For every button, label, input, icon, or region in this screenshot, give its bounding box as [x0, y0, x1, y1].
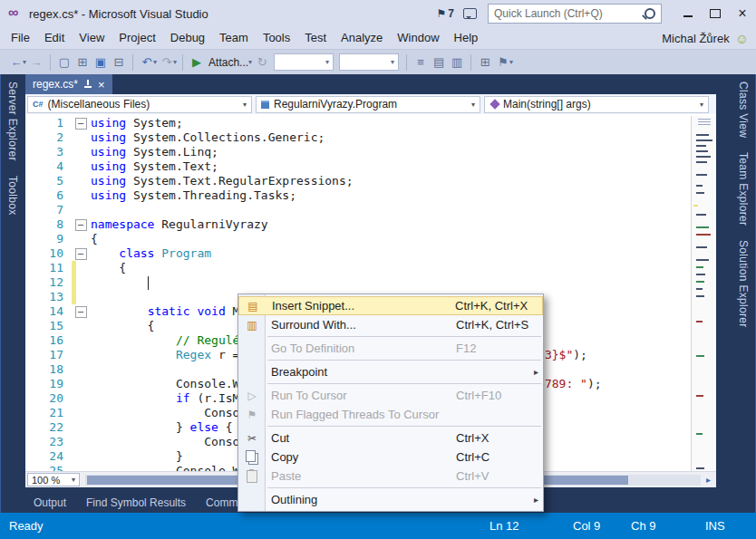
line-number: 2 [25, 130, 71, 145]
document-tab-regex[interactable]: regex.cs* × [25, 74, 112, 94]
outline-margin [71, 348, 91, 362]
vertical-scrollbar-map[interactable] [691, 116, 716, 471]
find-in-files-icon[interactable]: ≡ [412, 53, 430, 72]
solution-configurations-combo[interactable]: ▾ [274, 53, 334, 71]
left-tool-strip: Server ExplorerToolbox [0, 74, 25, 513]
chevron-down-icon: ▾ [72, 476, 75, 484]
menu-file[interactable]: File [4, 27, 37, 49]
toolbar-separator [132, 54, 133, 71]
submenu-arrow-icon: ▸ [534, 495, 538, 505]
menu-edit[interactable]: Edit [37, 27, 72, 49]
status-insert-mode: INS [705, 519, 725, 533]
attach-dropdown-icon[interactable]: ▾ [248, 58, 252, 66]
quick-launch-input[interactable]: Quick Launch (Ctrl+Q) [488, 4, 662, 24]
notifications-button[interactable]: ⚑ 7 [437, 7, 454, 20]
text-cursor [148, 276, 150, 290]
menu-analyze[interactable]: Analyze [334, 27, 390, 49]
menu-item-label: Run Flagged Threads To Cursor [266, 408, 439, 421]
side-tab-class-view[interactable]: Class View [737, 82, 750, 138]
menu-debug[interactable]: Debug [163, 27, 212, 49]
properties-window-icon[interactable]: ▥ [448, 53, 466, 72]
context-item-outlining[interactable]: Outlining▸ [238, 490, 543, 509]
menu-window[interactable]: Window [390, 27, 446, 49]
map-mark [696, 234, 711, 236]
menu-item-shortcut: Ctrl+K, Ctrl+S [456, 318, 543, 332]
bottom-tab-output[interactable]: Output [25, 494, 74, 512]
side-tab-team-explorer[interactable]: Team Explorer [737, 152, 750, 226]
scroll-right-icon[interactable]: ▸ [706, 475, 711, 485]
undo-dropdown-icon[interactable]: ▾ [153, 58, 157, 66]
menu-help[interactable]: Help [447, 27, 486, 49]
close-icon: × [738, 6, 746, 21]
menubar-items: FileEditViewProjectDebugTeamToolsTestAna… [0, 27, 485, 49]
context-item-breakpoint[interactable]: Breakpoint▸ [238, 362, 543, 381]
context-item-run-flagged-threads-to-cursor[interactable]: ⚑Run Flagged Threads To Cursor [238, 405, 543, 424]
member-dropdown[interactable]: Main(string[] args) ▾ [484, 96, 709, 113]
type-dropdown[interactable]: RegularniVyrazy.Program ▾ [256, 96, 480, 113]
menu-view[interactable]: View [72, 27, 111, 49]
search-icon [645, 8, 655, 19]
bookmark-dropdown-icon[interactable]: ▾ [509, 58, 513, 66]
navigate-forward-icon[interactable]: → [27, 53, 45, 72]
refresh-icon[interactable]: ↻ [253, 53, 271, 72]
collapse-icon[interactable]: – [75, 306, 87, 318]
line-number: 11 [25, 261, 71, 275]
user-account[interactable]: Michal Žůrek ☺ [662, 27, 749, 49]
context-item-insert-snippet[interactable]: ▤Insert Snippet...Ctrl+K, Ctrl+X [238, 296, 543, 315]
save-all-icon[interactable]: ⊟ [110, 53, 128, 72]
minimize-icon [683, 15, 693, 17]
side-tab-server-explorer[interactable]: Server Explorer [6, 82, 19, 161]
redo-dropdown-icon[interactable]: ▾ [173, 58, 177, 66]
zoom-dropdown[interactable]: 100 % ▾ [27, 473, 80, 486]
add-item-icon[interactable]: ⊞ [73, 53, 92, 72]
collapse-icon[interactable]: – [75, 118, 87, 130]
menu-item-shortcut: Ctrl+X [456, 431, 543, 445]
menu-item-label: Cut [266, 431, 289, 445]
attach-button[interactable]: Attach... [208, 56, 248, 69]
menu-project[interactable]: Project [111, 27, 162, 49]
context-item-surround-with[interactable]: ▥Surround With...Ctrl+K, Ctrl+S [238, 315, 543, 334]
context-item-copy[interactable]: CopyCtrl+C [238, 448, 543, 467]
menu-tools[interactable]: Tools [256, 27, 297, 49]
method-icon [489, 99, 499, 109]
close-button[interactable]: × [729, 3, 756, 24]
menu-test[interactable]: Test [297, 27, 334, 49]
bottom-tab-find-symbol-results[interactable]: Find Symbol Results [78, 494, 194, 512]
feedback-icon[interactable] [463, 8, 477, 19]
save-icon[interactable]: ▣ [92, 53, 110, 72]
minimize-button[interactable] [674, 3, 702, 24]
solution-platforms-combo[interactable]: ▾ [339, 53, 399, 71]
toolbar-separator [50, 54, 51, 71]
comment-icon[interactable]: ⊞ [476, 53, 494, 72]
menu-item-label: Outlining [266, 493, 317, 506]
pin-icon[interactable] [84, 80, 92, 89]
collapse-icon[interactable]: – [75, 248, 87, 260]
map-mark [696, 140, 712, 141]
map-mark [696, 150, 708, 152]
maximize-button[interactable] [702, 3, 729, 24]
map-mark [696, 156, 711, 158]
attach-play-icon[interactable]: ▶ [188, 53, 206, 72]
context-item-paste[interactable]: PasteCtrl+V [238, 467, 543, 486]
project-dropdown[interactable]: C# (Miscellaneous Files) ▾ [27, 96, 252, 113]
side-tab-toolbox[interactable]: Toolbox [6, 176, 19, 215]
run_flagged-icon: ⚑ [238, 409, 266, 421]
menu-team[interactable]: Team [212, 27, 256, 49]
context-item-run-to-cursor[interactable]: ▷Run To CursorCtrl+F10 [238, 386, 543, 405]
side-tab-solution-explorer[interactable]: Solution Explorer [737, 240, 750, 327]
code-line: 3using System.Linq; [25, 145, 691, 159]
line-number: 23 [25, 435, 71, 449]
collapse-icon[interactable]: – [75, 219, 87, 231]
code-text: using System; [91, 116, 183, 130]
outline-margin [71, 319, 91, 333]
map-mark [696, 295, 704, 297]
context-item-cut[interactable]: ✂CutCtrl+X [238, 428, 543, 448]
navigate-back-dropdown-icon[interactable]: ▾ [23, 58, 26, 66]
line-number: 12 [25, 275, 71, 290]
solution-explorer-icon[interactable]: ▤ [430, 53, 448, 72]
context-item-go-to-definition[interactable]: Go To DefinitionF12 [238, 339, 543, 358]
splitter-handle-icon[interactable] [698, 119, 711, 125]
new-file-icon[interactable]: ▢ [55, 53, 73, 72]
code-text: using System.Linq; [91, 145, 218, 159]
tab-close-icon[interactable]: × [98, 79, 105, 91]
